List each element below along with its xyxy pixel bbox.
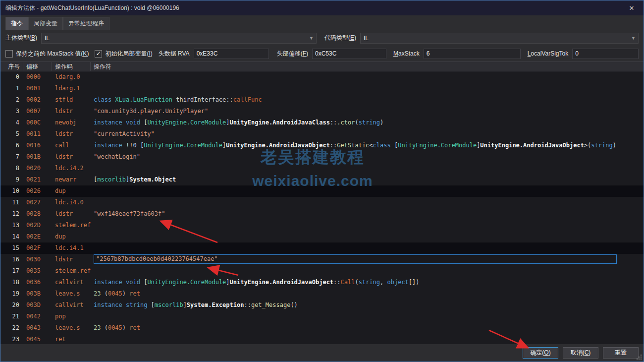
cell-offset: 0036 (23, 277, 52, 288)
instruction-row-21[interactable]: 210042pop (0, 311, 644, 322)
chevron-down-icon: ▼ (631, 36, 636, 41)
cell-opcode: newarr (52, 174, 91, 185)
maxstack-input[interactable]: 6 (424, 49, 521, 59)
maxstack-label: MaxStack (393, 50, 420, 57)
instruction-row-7[interactable]: 7001Bldstr"wechatLogin" (0, 151, 644, 163)
cell-opcode: ldarg.1 (52, 83, 91, 94)
code-type-combobox[interactable]: IL ▼ (360, 33, 639, 44)
cell-index: 0 (0, 71, 23, 83)
instruction-row-23[interactable]: 230045ret (0, 334, 644, 344)
cell-opcode: callvirt (52, 277, 91, 288)
cell-operand: 23 (0045) ret (91, 322, 644, 334)
instruction-row-2[interactable]: 20002stfldclass XLua.LuaFunction thirdIn… (0, 94, 644, 106)
header-rva-input[interactable]: 0xE33C (194, 49, 269, 59)
init-locals-checkbox[interactable]: ✓ (95, 50, 102, 58)
ok-button[interactable]: 确定(O) (523, 347, 558, 359)
cell-opcode: newobj (52, 117, 91, 128)
cell-operand: instance !!0 [UnityEngine.CoreModule]Uni… (91, 140, 644, 151)
cell-offset: 003D (23, 300, 52, 311)
cell-offset: 001B (23, 151, 52, 163)
cell-opcode: ldarg.0 (52, 71, 91, 83)
header-offset-label: 头部偏移(F) (277, 50, 308, 58)
body-type-value: IL (45, 35, 306, 42)
tab-exception-handlers[interactable]: 异常处理程序 (63, 17, 109, 30)
cell-operand: "2567b87bdbcd0eeb0d40223764547eae" (91, 254, 644, 265)
cell-operand (91, 242, 644, 254)
reset-button[interactable]: 重置 (603, 347, 639, 359)
cell-operand: instance void [UnityEngine.CoreModule]Un… (91, 117, 644, 128)
instruction-row-20[interactable]: 20003Dcallvirtinstance string [mscorlib]… (0, 300, 644, 311)
instruction-row-6[interactable]: 60016callinstance !!0 [UnityEngine.CoreM… (0, 140, 644, 151)
cell-opcode: ldstr (52, 151, 91, 163)
cell-index: 16 (0, 254, 23, 265)
cell-index: 8 (0, 163, 23, 174)
cell-operand: "wechatLogin" (91, 151, 644, 163)
instruction-row-11[interactable]: 110027ldc.i4.0 (0, 197, 644, 208)
cell-offset: 000C (23, 117, 52, 128)
instruction-row-18[interactable]: 180036callvirtinstance void [UnityEngine… (0, 277, 644, 288)
cancel-button[interactable]: 取消(C) (563, 347, 598, 359)
instruction-table-body: 00000ldarg.010001ldarg.120002stfldclass … (0, 71, 644, 344)
resize-grip-icon[interactable] (641, 359, 642, 360)
cell-opcode: dup (52, 185, 91, 197)
instruction-row-3[interactable]: 30007ldstr"com.unity3d.player.UnityPlaye… (0, 106, 644, 117)
cell-index: 15 (0, 242, 23, 254)
instruction-row-15[interactable]: 15002Fldc.i4.1 (0, 242, 644, 254)
cell-operand: "com.unity3d.player.UnityPlayer" (91, 106, 644, 117)
cell-index: 22 (0, 322, 23, 334)
cell-offset: 0026 (23, 185, 52, 197)
cell-operand (91, 163, 644, 174)
cell-operand: [mscorlib]System.Object (91, 174, 644, 185)
cell-index: 3 (0, 106, 23, 117)
instruction-row-17[interactable]: 170035stelem.ref (0, 265, 644, 277)
cell-opcode: ldstr (52, 106, 91, 117)
instruction-table-header: 序号 偏移 操作码 操作符 (0, 61, 644, 71)
cell-operand (91, 197, 644, 208)
cell-operand (91, 334, 644, 344)
tab-instructions[interactable]: 指令 (5, 17, 28, 30)
cell-index: 9 (0, 174, 23, 185)
cell-offset: 002F (23, 242, 52, 254)
instruction-row-10[interactable]: 100026dup (0, 185, 644, 197)
localvarsigtok-input[interactable]: 0 (572, 49, 639, 59)
tab-local-variables[interactable]: 局部变量 (28, 17, 63, 30)
cell-offset: 0043 (23, 322, 52, 334)
operand-edit-box[interactable]: "2567b87bdbcd0eeb0d40223764547eae" (94, 254, 617, 264)
header-rva-label: 头数据 RVA (159, 50, 190, 58)
instruction-row-5[interactable]: 50011ldstr"currentActivity" (0, 128, 644, 140)
cell-offset: 0035 (23, 265, 52, 277)
cell-opcode: leave.s (52, 288, 91, 300)
code-type-label: 代码类型(E) (324, 34, 356, 42)
cell-offset: 0030 (23, 254, 52, 265)
cell-index: 10 (0, 185, 23, 197)
header-options-row: 保持之前的 MaxStack 值(K) ✓ 初始化局部变量(I) 头数据 RVA… (0, 46, 644, 61)
instruction-row-19[interactable]: 19003Bleave.s23 (0045) ret (0, 288, 644, 300)
cell-operand (91, 265, 644, 277)
instruction-row-9[interactable]: 90021newarr[mscorlib]System.Object (0, 174, 644, 185)
instruction-row-8[interactable]: 80020ldc.i4.2 (0, 163, 644, 174)
cell-operand: "wxf148eaef73fa603f" (91, 208, 644, 220)
column-header-index: 序号 (0, 62, 23, 71)
body-type-combobox[interactable]: IL ▼ (41, 33, 317, 44)
cell-opcode: dup (52, 231, 91, 242)
keep-maxstack-checkbox[interactable] (5, 50, 13, 58)
cell-index: 7 (0, 151, 23, 163)
cell-offset: 0011 (23, 128, 52, 140)
titlebar: 编辑方法体 - getWeChatUserInfo(LuaFunction) :… (0, 0, 644, 15)
instruction-row-1[interactable]: 10001ldarg.1 (0, 83, 644, 94)
close-icon[interactable]: ✕ (625, 4, 639, 12)
instruction-row-13[interactable]: 13002Dstelem.ref (0, 220, 644, 231)
cell-index: 6 (0, 140, 23, 151)
instruction-row-14[interactable]: 14002Edup (0, 231, 644, 242)
instruction-row-12[interactable]: 120028ldstr"wxf148eaef73fa603f" (0, 208, 644, 220)
column-header-offset: 偏移 (23, 62, 52, 71)
header-offset-input[interactable]: 0xC53C (312, 49, 386, 59)
instruction-row-0[interactable]: 00000ldarg.0 (0, 71, 644, 83)
instruction-row-4[interactable]: 4000Cnewobjinstance void [UnityEngine.Co… (0, 117, 644, 128)
tab-strip: 指令局部变量异常处理程序 (0, 15, 644, 30)
cell-index: 5 (0, 128, 23, 140)
instruction-row-16[interactable]: 160030ldstr"2567b87bdbcd0eeb0d4022376454… (0, 254, 644, 265)
cell-index: 13 (0, 220, 23, 231)
cell-opcode: ldc.i4.1 (52, 242, 91, 254)
instruction-row-22[interactable]: 220043leave.s23 (0045) ret (0, 322, 644, 334)
